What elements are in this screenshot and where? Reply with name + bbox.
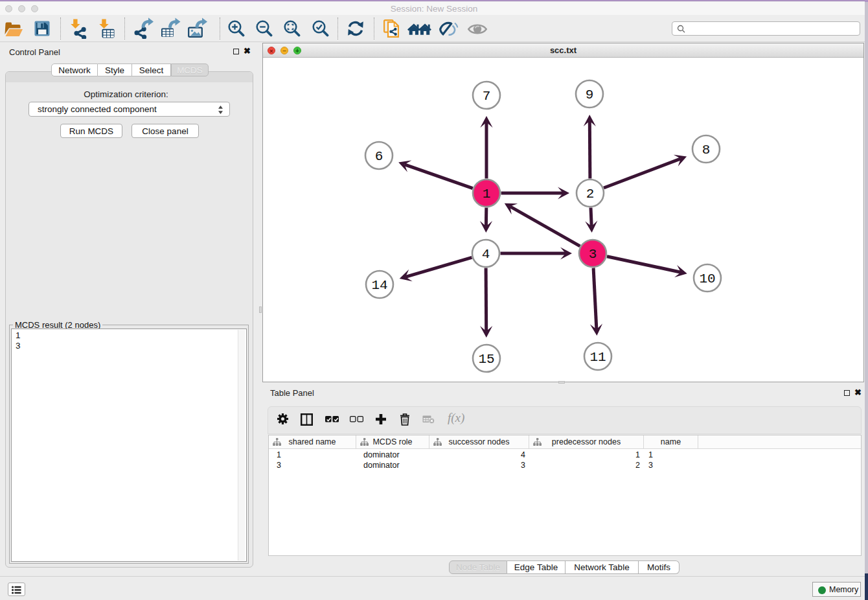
svg-text:15: 15 xyxy=(478,352,494,367)
svg-text:2: 2 xyxy=(586,187,595,202)
svg-text:1: 1 xyxy=(483,187,491,202)
svg-text:14: 14 xyxy=(371,278,387,293)
svg-text:7: 7 xyxy=(483,89,491,104)
svg-text:4: 4 xyxy=(482,247,490,262)
svg-text:9: 9 xyxy=(586,87,594,102)
svg-text:10: 10 xyxy=(699,271,715,286)
svg-text:11: 11 xyxy=(589,350,606,365)
svg-text:6: 6 xyxy=(375,149,383,164)
svg-text:8: 8 xyxy=(702,143,711,157)
svg-text:3: 3 xyxy=(589,247,597,262)
